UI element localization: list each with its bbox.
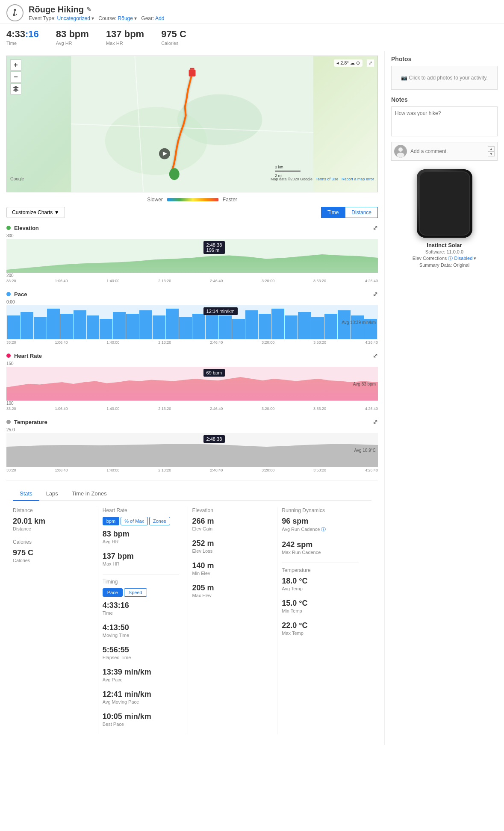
comment-up-button[interactable]: ▲ [488,146,495,151]
svg-rect-7 [190,68,195,70]
terms-link[interactable]: Terms of Use [315,177,338,181]
elevation-column: Elevation 266 m Elev Gain 252 m Elev Los… [192,507,278,734]
elapsed-time-value: 5:56:55 [103,645,179,654]
temp-chart-area: 2:48:38 Avg 18.9°C [6,433,378,467]
cadence-info-icon[interactable]: ⓘ [321,527,326,532]
notes-textarea[interactable] [391,106,498,136]
elev-gain-value: 266 m [192,517,269,526]
hr-dot [6,354,11,358]
notes-section: Notes [391,96,498,138]
add-photos-button[interactable]: 📷 Click to add photos to your activity. [391,66,498,90]
summary-data: Summary Data: Original [391,262,498,268]
svg-rect-11 [275,171,301,171]
elevation-label: Elevation [14,225,39,231]
elev-gain-stat: 266 m Elev Gain [192,517,269,531]
calories-label: Calories [161,41,186,46]
watch-section: 10:10 5:56 ▲ 8:47 Instinct Solar Softwar… [391,169,498,268]
hr-expand-icon[interactable]: ⤢ [373,352,378,359]
activity-icon [6,4,24,21]
elev-loss-label: Elev Loss [192,548,269,554]
map-expand-button[interactable]: ⤢ [367,59,374,67]
avg-temp-stat: 18.0 °C Avg Temp [282,577,359,591]
edit-icon[interactable]: ✎ [86,6,91,13]
event-type-link[interactable]: Uncategorized [57,15,90,21]
time-value: 4:33:16 [6,29,39,40]
comment-input[interactable] [410,148,484,154]
temperature-chart-header: Temperature ⤢ [6,418,378,425]
map-background: 3 km 2 mi + − ◂ 2.8° ☁ ⊕ ⤢ [7,56,377,192]
elevation-x-axis: 33:201:06:401:40:002:13:202:46:403:20:00… [6,279,378,283]
elev-corrections-link[interactable]: Disabled [454,256,474,261]
distance-stat: 20.01 km Distance [13,517,89,531]
temp-expand-icon[interactable]: ⤢ [373,418,378,425]
photos-title: Photos [391,56,498,62]
customize-charts-button[interactable]: Customize Charts ▼ [6,207,65,218]
pace-fill [6,305,378,339]
max-temp-label: Max Temp [282,631,359,636]
tab-time-in-zones[interactable]: Time in Zones [65,487,114,501]
max-hr-value: 137 bpm [106,29,144,40]
avg-hr-stat-label: Avg HR [103,539,179,544]
elev-corrections-icon[interactable]: ⓘ [448,256,453,261]
min-elev-label: Min Elev [192,571,269,576]
zoom-out-button[interactable]: − [10,71,21,83]
best-pace-value: 10:05 min/km [103,712,179,721]
tab-laps[interactable]: Laps [39,487,65,501]
time-label: Time [6,41,39,46]
elevation-dot [6,226,11,230]
best-pace-stat: 10:05 min/km Best Pace [103,712,179,727]
comment-down-button[interactable]: ▼ [488,151,495,156]
time-stat-value: 4:33:16 [103,601,179,610]
comment-arrows: ▲ ▼ [488,146,495,156]
report-link[interactable]: Report a map error [342,177,374,181]
hr-bpm-button[interactable]: bpm [103,517,119,525]
elevation-chart-area: 2:48:38 196 m [6,239,378,273]
hr-y-100: 100 [6,401,378,406]
hr-chart-area: 69 bpm Avg 83 bpm [6,367,378,401]
gear-link[interactable]: Add [155,15,164,21]
min-temp-label: Min Temp [282,608,359,613]
speed-gradient [167,198,218,201]
chart-controls: Customize Charts ▼ Time Distance [6,207,378,218]
svg-text:3 km: 3 km [275,165,283,169]
elevation-y-300: 300 [6,233,378,238]
zoom-in-button[interactable]: + [10,59,21,71]
time-button[interactable]: Time [321,207,345,218]
time-stat-label: Time [103,610,179,616]
max-hr-stat: 137 bpm Max HR [103,552,179,566]
speed-button[interactable]: Speed [124,588,147,597]
watch-image: 10:10 5:56 ▲ 8:47 [417,169,472,238]
pace-chart-section: Pace ⤢ 0:00 [6,291,378,345]
avg-temp-value: 18.0 °C [282,577,359,586]
avg-hr-value: 83 bpm [56,29,89,40]
header-meta: Event Type: Uncategorized ▾ Course: Rõug… [29,15,164,21]
pace-button[interactable]: Pace [103,588,123,597]
pace-y-top: 0:00 [6,300,378,304]
course-link[interactable]: Rõuge [118,15,133,21]
temp-avg: Avg 18.9°C [354,448,376,452]
stat-avg-hr: 83 bpm Avg HR [56,29,89,46]
distance-label: Distance [13,526,89,531]
svg-rect-6 [189,70,196,77]
map-layers-button[interactable] [10,83,21,94]
temperature-section-title: Temperature [282,567,359,573]
left-panel: 3 km 2 mi + − ◂ 2.8° ☁ ⊕ ⤢ [0,51,384,745]
hr-zones-button[interactable]: Zones [149,517,170,525]
tab-stats[interactable]: Stats [13,487,39,501]
temp-label: Temperature [14,419,47,425]
hr-pct-button[interactable]: % of Max [121,517,148,525]
elevation-expand-icon[interactable]: ⤢ [373,224,378,231]
time-stat: 4:33:16 Time [103,601,179,616]
max-elev-label: Max Elev [192,593,269,598]
elevation-chart-section: Elevation ⤢ 300 2:48:38 196 m 200 33:201… [6,224,378,283]
comment-section: ▲ ▼ [391,142,498,161]
stats-tabs: Stats Laps Time in Zones [13,487,371,501]
map-container[interactable]: 3 km 2 mi + − ◂ 2.8° ☁ ⊕ ⤢ [6,56,378,192]
photos-section: Photos 📷 Click to add photos to your act… [391,56,498,90]
avg-moving-pace-stat: 12:41 min/km Avg Moving Pace [103,690,179,704]
pace-expand-icon[interactable]: ⤢ [373,291,378,298]
distance-button[interactable]: Distance [345,207,378,218]
hr-avg: Avg 83 bpm [353,381,376,386]
title-area: Rõuge Hiking ✎ Event Type: Uncategorized… [29,5,164,21]
hr-y-150: 150 [6,361,378,366]
